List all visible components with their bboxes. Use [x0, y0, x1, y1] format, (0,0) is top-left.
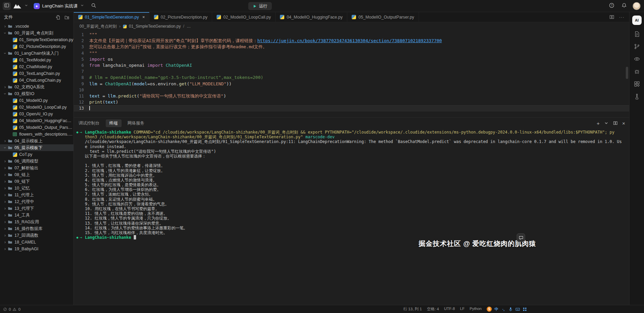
keyboard-icon[interactable]	[515, 307, 520, 312]
tree-item-02_文档QA系统[interactable]: ›02_文档QA系统	[0, 84, 73, 90]
tree-item-15_RAG应用[interactable]: ›15_RAG应用	[0, 219, 73, 225]
tree-item-12_代理中[interactable]: ›12_代理中	[0, 198, 73, 205]
statusbar-item[interactable]: LF	[460, 307, 464, 312]
chevron-right-icon[interactable]: ›	[3, 179, 7, 184]
panel-tab-终端[interactable]: 终端	[106, 119, 122, 127]
tree-item-flowers_with_descriptions.csv[interactable]: flowers_with_descriptions.csv	[0, 131, 73, 138]
tree-item-01_TextModel.py[interactable]: 01_TextModel.py	[0, 57, 73, 63]
statusbar-item[interactable]: 空格: 4	[427, 307, 439, 312]
chevron-right-icon[interactable]: ›	[3, 233, 7, 238]
chevron-right-icon[interactable]: ›	[3, 226, 7, 231]
chevron-down-icon[interactable]: ›	[3, 91, 7, 96]
editor-scrollbar-thumb[interactable]	[626, 67, 628, 79]
tree-item-13_代理下[interactable]: ›13_代理下	[0, 205, 73, 212]
mic-icon[interactable]	[508, 307, 513, 312]
search-button[interactable]	[90, 2, 98, 10]
statusbar-item[interactable]: 行 13, 列 1	[403, 307, 422, 312]
tree-item-05_ModelIO_Output_Parser.py[interactable]: 05_ModelIO_Output_Parser.py	[0, 124, 73, 131]
tree-item-02_PictureDescription.py[interactable]: 02_PictureDescription.py	[0, 43, 73, 50]
chevron-right-icon[interactable]: ›	[3, 199, 7, 204]
chevron-right-icon[interactable]: ›	[3, 172, 7, 177]
more-actions-icon[interactable]: ···	[619, 15, 624, 20]
chevron-right-icon[interactable]: ›	[3, 247, 7, 251]
chevron-down-icon[interactable]: ›	[3, 145, 7, 150]
chevron-down-icon[interactable]	[24, 3, 28, 8]
git-branch-icon[interactable]	[634, 43, 640, 50]
ide-logo-icon[interactable]	[13, 3, 22, 9]
tree-item-19_BabyAGI[interactable]: ›19_BabyAGI	[0, 246, 73, 252]
chevron-right-icon[interactable]: ›	[3, 206, 7, 211]
chevron-right-icon[interactable]: ›	[3, 240, 7, 245]
tree-item-02_ChatModel.py[interactable]: 02_ChatModel.py	[0, 63, 73, 70]
editor-tab-02_PictureDescription.py[interactable]: 02_PictureDescription.py	[150, 12, 212, 22]
tree-item-CoT.py[interactable]: CoT.py	[0, 151, 73, 158]
ai-assistant-button[interactable]: AI	[632, 16, 642, 25]
eye-icon[interactable]	[634, 56, 640, 62]
code-editor[interactable]: 1"""2本文件是【开篇词｜带你亲证AI应用开发的“奇点”时刻】章节的配套代码，…	[74, 30, 629, 117]
chevron-right-icon[interactable]: ›	[3, 220, 7, 224]
breadcrumb-file[interactable]: 01_SimpleTextGeneration.py	[129, 24, 181, 29]
tree-item-02_ModelIO_LoopCall.py[interactable]: 02_ModelIO_LoopCall.py	[0, 104, 73, 111]
tree-item-06_调用模型[interactable]: ›06_调用模型	[0, 158, 73, 165]
statusbar-item[interactable]: Python	[470, 307, 482, 312]
chevron-right-icon[interactable]: ›	[3, 166, 7, 170]
tree-item-03_TextLangChain.py[interactable]: 03_TextLangChain.py	[0, 70, 73, 77]
tree-item-.vscode[interactable]: ›.vscode	[0, 23, 73, 30]
chinese-mode-icon[interactable]: 中	[494, 307, 499, 312]
floating-widget-button[interactable]	[517, 233, 525, 242]
tab-close-icon[interactable]: ×	[142, 15, 145, 20]
chevron-right-icon[interactable]: ›	[3, 193, 7, 197]
tree-item-17_回调函数[interactable]: ›17_回调函数	[0, 232, 73, 239]
close-panel-icon[interactable]: ×	[622, 120, 625, 126]
terminal[interactable]: ●→LangChain-shizhanke COMMAND="cd /cloud…	[74, 129, 629, 305]
new-file-icon[interactable]	[56, 15, 61, 20]
tree-item-03_模型IO[interactable]: ›03_模型IO	[0, 90, 73, 97]
statusbar-item[interactable]: UTF-8	[444, 307, 455, 312]
breadcrumb-symbol[interactable]: …	[187, 24, 191, 29]
chevron-right-icon[interactable]: ›	[3, 139, 7, 143]
chevron-down-icon[interactable]: ›	[3, 31, 7, 35]
bug-icon[interactable]	[634, 68, 640, 75]
tree-item-04_ChatLongChain.py[interactable]: 04_ChatLongChain.py	[0, 77, 73, 84]
new-folder-icon[interactable]	[64, 15, 69, 20]
problems-indicator[interactable]: 0 0	[3, 307, 21, 311]
tree-item-04_ModelIO_HuggingFace.py[interactable]: 04_ModelIO_HuggingFace.py	[0, 117, 73, 124]
tree-item-11_代理上[interactable]: ›11_代理上	[0, 192, 73, 198]
editor-tab-04_ModelIO_HuggingFace.py[interactable]: 04_ModelIO_HuggingFace.py	[276, 12, 347, 22]
tree-item-14_工具[interactable]: ›14_工具	[0, 212, 73, 219]
panel-tab-调试控制台[interactable]: 调试控制台	[78, 119, 100, 127]
sogou-icon[interactable]: S	[487, 307, 492, 312]
tree-item-07_解析输出[interactable]: ›07_解析输出	[0, 165, 73, 171]
punctuation-icon[interactable]: ·,	[501, 307, 506, 312]
tree-item-01_ModelIO.py[interactable]: 01_ModelIO.py	[0, 97, 73, 104]
tree-item-01_SimpleTextGeneration.py[interactable]: 01_SimpleTextGeneration.py	[0, 36, 73, 43]
breadcrumb-folder[interactable]: 00_开篇词_奇点时刻	[79, 24, 117, 29]
split-terminal-icon[interactable]	[613, 121, 618, 125]
chevron-right-icon[interactable]: ›	[3, 159, 7, 164]
split-editor-icon[interactable]	[609, 15, 614, 20]
tree-item-08_链上[interactable]: ›08_链上	[0, 171, 73, 178]
editor-tab-02_ModelIO_LoopCall.py[interactable]: 02_ModelIO_LoopCall.py	[212, 12, 276, 22]
toolbox-icon[interactable]	[522, 307, 527, 312]
tree-item-18_CAMEL[interactable]: ›18_CAMEL	[0, 239, 73, 246]
chevron-right-icon[interactable]: ›	[3, 24, 7, 29]
run-button[interactable]: 运行	[248, 2, 272, 10]
new-terminal-icon[interactable]: +	[597, 121, 600, 126]
tree-item-04_提示模板上[interactable]: ›04_提示模板上	[0, 138, 73, 144]
doc-icon[interactable]	[634, 31, 640, 37]
terminal-dropdown-icon[interactable]	[604, 121, 609, 125]
chevron-right-icon[interactable]: ›	[3, 85, 7, 89]
extensions-icon[interactable]	[634, 81, 640, 87]
editor-tab-05_ModelIO_OutputParser.py[interactable]: 05_ModelIO_OutputParser.py	[347, 12, 419, 22]
chevron-right-icon[interactable]: ›	[3, 186, 7, 191]
notifications-button[interactable]	[620, 2, 628, 10]
tree-item-09_链下[interactable]: ›09_链下	[0, 178, 73, 185]
tree-item-16_操作数据库[interactable]: ›16_操作数据库	[0, 225, 73, 232]
tree-item-00_开篇词_奇点时刻[interactable]: ›00_开篇词_奇点时刻	[0, 30, 73, 36]
tree-item-03_OpenAI_IO.py[interactable]: 03_OpenAI_IO.py	[0, 111, 73, 117]
code-link[interactable]: https://juejin.cn/book/73877023474361303…	[257, 38, 442, 43]
chevron-down-icon[interactable]: ›	[3, 51, 7, 56]
flask-icon[interactable]	[634, 93, 640, 100]
help-button[interactable]: ?	[608, 2, 616, 10]
editor-tab-01_SimpleTextGeneration.py[interactable]: 01_SimpleTextGeneration.py×	[74, 12, 150, 22]
